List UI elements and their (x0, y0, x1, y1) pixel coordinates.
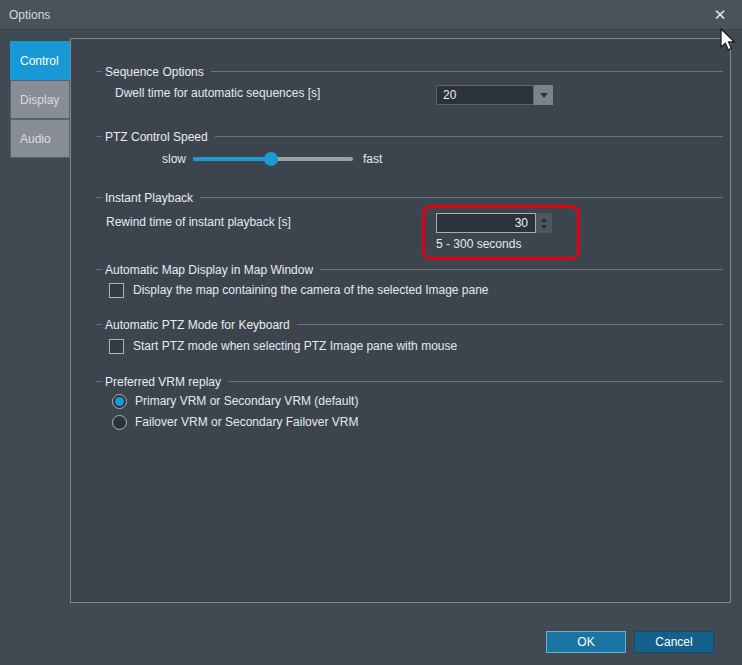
group-ptz-control-speed: PTZ Control Speed (96, 129, 723, 144)
map-display-checkbox[interactable] (109, 283, 124, 298)
options-dialog: { "window": { "title": "Options", "close… (0, 0, 742, 665)
rewind-time-input[interactable]: 30 (436, 213, 536, 233)
group-ptz-keyboard-title: Automatic PTZ Mode for Keyboard (102, 318, 297, 332)
tab-display[interactable]: Display (10, 80, 70, 119)
group-map-display-title: Automatic Map Display in Map Window (102, 263, 320, 277)
group-line (297, 324, 723, 325)
chevron-down-icon (540, 93, 548, 98)
slider-max-label: fast (363, 152, 382, 167)
group-instant-playback: Instant Playback (96, 190, 723, 205)
vrm-failover-radio[interactable] (112, 415, 127, 430)
group-line (320, 269, 723, 270)
ptz-speed-slider-fill (193, 157, 271, 161)
dwell-time-combobox[interactable]: 20 (436, 85, 534, 105)
titlebar: Options ✕ (0, 0, 742, 30)
cancel-button[interactable]: Cancel (634, 631, 714, 653)
dwell-time-label: Dwell time for automatic sequences [s] (115, 86, 320, 101)
dwell-time-dropdown-button[interactable] (534, 85, 553, 105)
rewind-time-label: Rewind time of instant playback [s] (106, 215, 291, 230)
group-map-display: Automatic Map Display in Map Window (96, 262, 723, 277)
group-vrm-replay-title: Preferred VRM replay (102, 375, 228, 389)
vrm-primary-radio-label: Primary VRM or Secondary VRM (default) (135, 394, 358, 409)
group-instant-playback-title: Instant Playback (102, 191, 200, 205)
close-icon[interactable]: ✕ (708, 3, 732, 27)
group-line (215, 136, 723, 137)
ptz-speed-slider-thumb[interactable] (264, 152, 278, 166)
group-line (211, 71, 723, 72)
slider-min-label: slow (140, 152, 186, 167)
group-line (200, 197, 723, 198)
rewind-range-hint: 5 - 300 seconds (436, 237, 521, 252)
mouse-cursor-icon (719, 28, 737, 54)
tab-audio-label: Audio (20, 132, 51, 146)
window-title: Options (9, 0, 50, 30)
spinner-down-icon (541, 225, 547, 229)
group-line (228, 381, 723, 382)
group-ptz-keyboard: Automatic PTZ Mode for Keyboard (96, 317, 723, 332)
rewind-time-spinner[interactable] (536, 213, 552, 233)
tab-display-label: Display (20, 93, 59, 107)
tab-control[interactable]: Control (10, 41, 70, 80)
spinner-up-icon (541, 218, 547, 222)
group-sequence-options-title: Sequence Options (102, 65, 211, 79)
group-sequence-options: Sequence Options (96, 64, 723, 79)
tab-control-label: Control (20, 54, 59, 68)
vrm-failover-radio-label: Failover VRM or Secondary Failover VRM (135, 415, 358, 430)
tab-audio[interactable]: Audio (10, 119, 70, 158)
vrm-primary-radio[interactable] (112, 394, 127, 409)
radio-selected-dot (115, 397, 124, 406)
ptz-keyboard-checkbox[interactable] (109, 339, 124, 354)
map-display-checkbox-label: Display the map containing the camera of… (133, 283, 489, 298)
ok-button[interactable]: OK (546, 631, 626, 653)
group-vrm-replay: Preferred VRM replay (96, 374, 723, 389)
group-ptz-control-speed-title: PTZ Control Speed (102, 130, 215, 144)
ptz-keyboard-checkbox-label: Start PTZ mode when selecting PTZ Image … (133, 339, 457, 354)
